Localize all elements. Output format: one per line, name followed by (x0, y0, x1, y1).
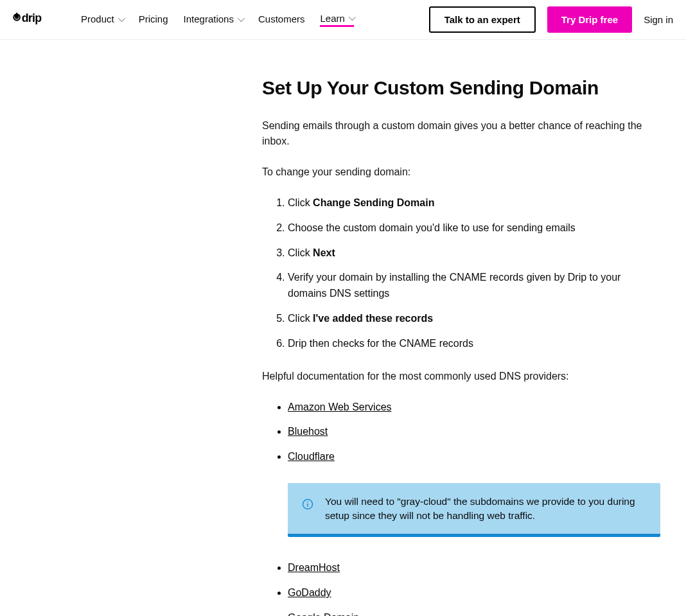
main-nav: Product Pricing Integrations Customers L… (81, 13, 429, 27)
svg-point-1 (15, 15, 17, 17)
nav-integrations[interactable]: Integrations (184, 13, 243, 26)
providers-list-1: Amazon Web Services Bluehost Cloudflare (262, 400, 660, 465)
step-item: Drip then checks for the CNAME records (288, 336, 660, 352)
provider-link-google[interactable]: Google Domain (288, 612, 359, 616)
info-icon (302, 498, 313, 513)
svg-point-6 (307, 502, 308, 503)
sign-in-link[interactable]: Sign in (644, 14, 673, 25)
providers-list-2: DreamHost GoDaddy Google Domain HostGato… (262, 560, 660, 616)
intro-paragraph: Sending emails through a custom domain g… (262, 118, 660, 149)
helpful-paragraph: Helpful documentation for the most commo… (262, 369, 660, 384)
article-body: Set Up Your Custom Sending Domain Sendin… (262, 77, 660, 616)
nav-pricing[interactable]: Pricing (139, 13, 168, 26)
site-header: drip Product Pricing Integrations Custom… (0, 0, 686, 40)
step-text: Click (288, 313, 313, 324)
header-actions: Talk to an expert Try Drip free Sign in (429, 6, 673, 33)
step-bold: Change Sending Domain (313, 197, 434, 208)
chevron-down-icon (118, 14, 125, 21)
nav-product-label: Product (81, 13, 114, 24)
chevron-down-icon (238, 14, 245, 21)
list-item: Bluehost (288, 424, 660, 440)
info-callout: You will need to "gray-cloud" the subdom… (288, 483, 660, 537)
step-item: Verify your domain by installing the CNA… (288, 270, 660, 302)
svg-point-2 (17, 15, 19, 17)
provider-link-dreamhost[interactable]: DreamHost (288, 562, 340, 573)
provider-link-godaddy[interactable]: GoDaddy (288, 587, 331, 598)
list-item: Cloudflare (288, 449, 660, 465)
step-item: Click Change Sending Domain (288, 195, 660, 211)
nav-learn-label: Learn (320, 13, 344, 24)
lead-paragraph: To change your sending domain: (262, 164, 660, 180)
steps-list: Click Change Sending Domain Choose the c… (262, 195, 660, 352)
step-text: Click (288, 197, 313, 208)
svg-text:drip: drip (22, 11, 42, 24)
nav-learn[interactable]: Learn (320, 13, 353, 27)
step-bold: Next (313, 247, 335, 258)
step-text: Click (288, 247, 313, 258)
try-drip-free-button[interactable]: Try Drip free (547, 6, 632, 33)
step-item: Click Next (288, 245, 660, 261)
chevron-down-icon (349, 13, 356, 21)
talk-to-expert-button[interactable]: Talk to an expert (429, 6, 536, 33)
list-item: GoDaddy (288, 585, 660, 601)
list-item: Google Domain (288, 610, 660, 616)
step-item: Click I've added these records (288, 311, 660, 327)
nav-product[interactable]: Product (81, 13, 123, 26)
list-item: DreamHost (288, 560, 660, 576)
callout-text: You will need to "gray-cloud" the subdom… (325, 495, 645, 522)
drip-logo[interactable]: drip (13, 10, 66, 30)
nav-integrations-label: Integrations (184, 13, 234, 24)
list-item: Amazon Web Services (288, 400, 660, 416)
provider-link-cloudflare[interactable]: Cloudflare (288, 451, 335, 462)
nav-customers[interactable]: Customers (258, 13, 305, 26)
page-title: Set Up Your Custom Sending Domain (262, 77, 660, 99)
provider-link-bluehost[interactable]: Bluehost (288, 426, 328, 437)
step-item: Choose the custom domain you'd like to u… (288, 220, 660, 236)
provider-link-aws[interactable]: Amazon Web Services (288, 401, 392, 412)
step-bold: I've added these records (313, 313, 433, 324)
